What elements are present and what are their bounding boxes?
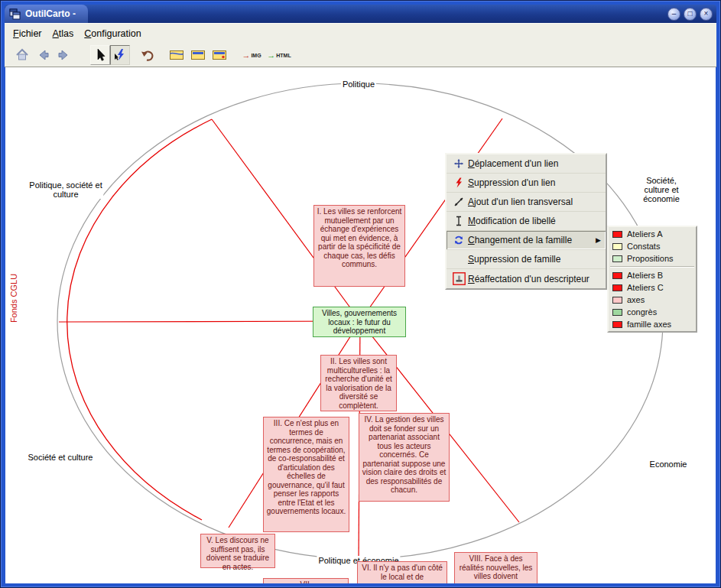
atlas-doc-button-2[interactable] xyxy=(188,45,208,65)
atlas-doc-button-1[interactable] xyxy=(167,45,187,65)
family-color-chip xyxy=(612,272,622,279)
node-III[interactable]: III. Ce n'est plus en termes de concurre… xyxy=(263,417,349,532)
app-window: { "colors": { "frame_blue": "#2456cd", "… xyxy=(0,0,721,588)
titlebar[interactable]: OutilCarto - – □ × xyxy=(5,5,716,23)
add-transversal-link-icon xyxy=(450,196,468,208)
cursor-icon xyxy=(93,47,108,63)
cursor-lightning-icon xyxy=(112,47,128,63)
sector-label-politique: Politique xyxy=(341,80,376,89)
node-IV[interactable]: IV. La gestion des villes doit se fonder… xyxy=(359,413,450,502)
family-color-chip xyxy=(612,231,622,238)
submenu-item-congres[interactable]: congrès xyxy=(609,306,696,318)
link-context-menu: Déplacement d'un lien Suppression d'un l… xyxy=(445,153,607,290)
menu-configuration[interactable]: Configuration xyxy=(79,26,146,41)
family-color-chip xyxy=(612,243,622,250)
home-icon xyxy=(15,47,30,63)
forward-arrow-icon xyxy=(56,47,71,63)
html-export-arrow-icon: → xyxy=(267,50,275,60)
window-controls: – □ × xyxy=(664,8,716,21)
forward-button[interactable] xyxy=(54,45,73,65)
select-tool-button[interactable] xyxy=(90,45,110,65)
family-color-chip xyxy=(612,284,622,291)
fonds-label: Fonds CGLU xyxy=(9,269,20,327)
export-html-button[interactable]: → HTML xyxy=(266,45,292,65)
export-img-button[interactable]: → IMG xyxy=(240,45,263,65)
menu-item-suppression-lien[interactable]: Suppression d'un lien xyxy=(447,174,606,193)
family-submenu: Ateliers A Constats Propositions Atelier… xyxy=(607,226,697,333)
undo-arrow-icon xyxy=(140,47,155,63)
yellow-doc-band-icon xyxy=(190,47,206,63)
yellow-doc-wave-icon xyxy=(169,47,184,63)
menubar: Fichier Atlas Configuration xyxy=(5,23,716,44)
family-color-chip xyxy=(612,321,622,328)
change-family-icon xyxy=(450,234,468,246)
menu-item-reaffectation-descripteur[interactable]: Réaffectation d'un descripteur xyxy=(447,269,606,288)
family-color-chip xyxy=(612,255,622,262)
node-I[interactable]: I. Les villes se renforcent mutuellement… xyxy=(313,205,405,287)
node-VIII[interactable]: VIII. Face à des réalités nouvelles, les… xyxy=(454,552,538,583)
menu-item-deplacement-lien[interactable]: Déplacement d'un lien xyxy=(447,154,606,174)
back-arrow-icon xyxy=(36,47,51,63)
menu-item-modification-libelle[interactable]: Modification de libellé xyxy=(447,212,606,231)
node-V[interactable]: V. Les discours ne suffisent pas, ils do… xyxy=(200,534,275,568)
link-tool-button[interactable] xyxy=(110,45,130,65)
node-II[interactable]: II. Les villes sont multiculturelles : l… xyxy=(320,355,397,411)
reassign-descriptor-icon xyxy=(450,272,468,285)
submenu-item-axes[interactable]: axes xyxy=(609,294,696,306)
sector-label-societe-culture-economie: Société, culture et économie xyxy=(635,176,689,203)
submenu-item-ateliers-b[interactable]: Ateliers B xyxy=(609,269,696,281)
undo-button[interactable] xyxy=(138,45,158,65)
delete-link-icon xyxy=(450,177,468,189)
menu-atlas[interactable]: Atlas xyxy=(47,26,80,41)
menu-item-ajout-lien-transversal[interactable]: Ajout d'un lien transversal xyxy=(447,193,606,212)
toolbar: → IMG → HTML xyxy=(5,44,716,67)
html-export-label: HTML xyxy=(276,53,291,58)
move-link-icon xyxy=(450,158,468,170)
submenu-item-ateliers-c[interactable]: Ateliers C xyxy=(609,281,696,294)
img-export-arrow-icon: → xyxy=(242,50,250,60)
submenu-separator xyxy=(610,266,694,268)
back-button[interactable] xyxy=(34,45,54,65)
atlas-doc-button-3[interactable] xyxy=(209,45,229,65)
menu-fichier[interactable]: Fichier xyxy=(8,26,47,41)
node-VI[interactable]: VI. Il n'y a pas d'un côté le local et d… xyxy=(357,561,447,583)
node-VII[interactable]: VII. xyxy=(263,578,349,583)
close-button[interactable]: × xyxy=(700,8,713,21)
edit-label-icon xyxy=(450,215,468,227)
center-node[interactable]: Villes, gouvernements locaux : le futur … xyxy=(313,307,406,337)
sector-label-economie: Economie xyxy=(648,460,689,469)
family-color-chip xyxy=(612,309,622,316)
submenu-arrow-icon xyxy=(596,236,601,244)
menu-item-changement-famille[interactable]: Changement de la famille xyxy=(447,231,606,250)
submenu-item-constats[interactable]: Constats xyxy=(609,240,696,252)
maximize-button[interactable]: □ xyxy=(684,8,697,21)
minimize-button[interactable]: – xyxy=(667,8,680,21)
submenu-item-ateliers-a[interactable]: Ateliers A xyxy=(609,228,696,240)
menu-item-suppression-famille[interactable]: Suppression de famille xyxy=(447,250,606,269)
img-export-label: IMG xyxy=(251,53,261,58)
yellow-doc-dot-icon xyxy=(212,47,227,63)
submenu-item-famille-axes[interactable]: famille axes xyxy=(609,318,696,330)
family-color-chip xyxy=(612,297,622,304)
app-icon xyxy=(9,8,21,20)
sector-label-politique-societe-culture: Politique, société et culture xyxy=(28,180,103,199)
home-button[interactable] xyxy=(12,45,32,65)
map-canvas[interactable]: Politique Politique, société et culture … xyxy=(5,67,716,583)
window-title: OutilCarto - xyxy=(25,8,76,19)
titlebar-tab: OutilCarto - xyxy=(5,5,88,23)
sector-label-societe-culture: Société et culture xyxy=(27,453,95,462)
submenu-item-propositions[interactable]: Propositions xyxy=(609,252,696,265)
